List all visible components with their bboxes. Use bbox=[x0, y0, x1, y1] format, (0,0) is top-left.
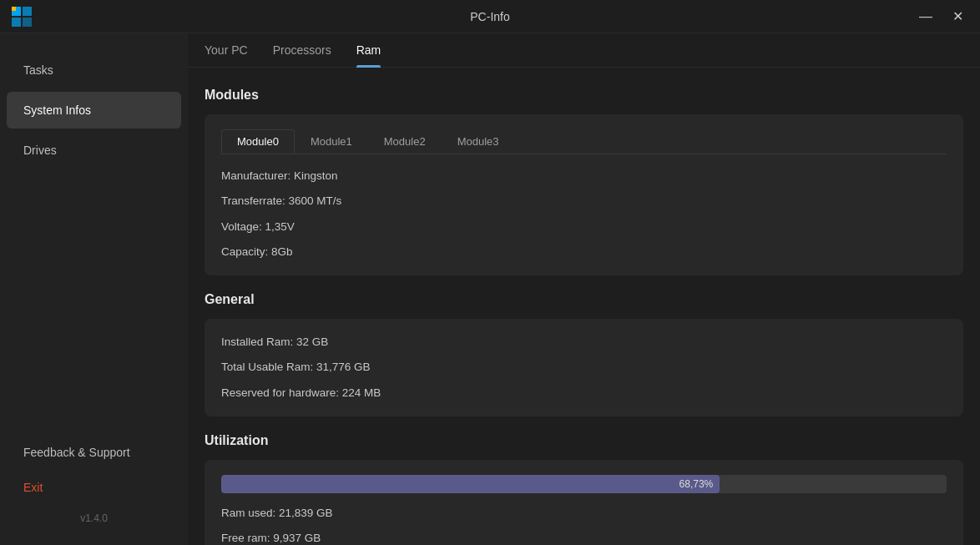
progress-bar-fill: 68,73% bbox=[221, 475, 720, 493]
svg-rect-1 bbox=[23, 7, 32, 16]
general-card: Installed Ram: 32 GB Total Usable Ram: 3… bbox=[205, 319, 963, 416]
sidebar-feedback[interactable]: Feedback & Support bbox=[7, 434, 181, 471]
svg-rect-3 bbox=[23, 18, 32, 27]
util-ram-used: Ram used: 21,839 GB bbox=[221, 505, 947, 522]
util-free-ram: Free ram: 9,937 GB bbox=[221, 530, 947, 545]
tab-processors[interactable]: Processors bbox=[273, 43, 331, 67]
general-section-title: General bbox=[205, 292, 963, 307]
tab-ram[interactable]: Ram bbox=[356, 43, 381, 67]
utilization-section-title: Utilization bbox=[205, 433, 963, 448]
close-button[interactable]: ✕ bbox=[946, 7, 970, 26]
sidebar-item-tasks[interactable]: Tasks bbox=[7, 52, 181, 88]
tabs-bar: Your PC Processors Ram bbox=[188, 33, 980, 68]
window-controls: — ✕ bbox=[912, 7, 970, 26]
sidebar-version: v1.4.0 bbox=[7, 504, 181, 528]
minimize-button[interactable]: — bbox=[912, 7, 939, 26]
module-transferrate: Transferrate: 3600 MT/s bbox=[221, 193, 947, 209]
module-tabs: Module0 Module1 Module2 Module3 bbox=[221, 129, 947, 154]
app-logo bbox=[10, 5, 33, 28]
main-layout: Tasks System Infos Drives Feedback & Sup… bbox=[0, 33, 980, 545]
sidebar-exit[interactable]: Exit bbox=[7, 472, 181, 502]
general-installed-ram: Installed Ram: 32 GB bbox=[221, 334, 947, 351]
progress-container: 68,73% bbox=[221, 475, 947, 493]
tab-your-pc[interactable]: Your PC bbox=[205, 43, 248, 67]
page-content: Modules Module0 Module1 Module2 Module3 bbox=[188, 68, 980, 545]
sidebar-bottom: Feedback & Support Exit v1.4.0 bbox=[0, 432, 188, 528]
module-voltage: Voltage: 1,35V bbox=[221, 219, 947, 235]
modules-card: Module0 Module1 Module2 Module3 Manufact… bbox=[205, 114, 963, 275]
module-capacity: Capacity: 8Gb bbox=[221, 244, 947, 260]
sidebar-item-system-infos[interactable]: System Infos bbox=[7, 92, 181, 129]
modules-section-title: Modules bbox=[205, 88, 963, 103]
titlebar: PC-Info — ✕ bbox=[0, 0, 980, 33]
svg-rect-4 bbox=[12, 7, 16, 11]
module-tab-3[interactable]: Module3 bbox=[442, 129, 515, 154]
module-tab-1[interactable]: Module1 bbox=[295, 129, 368, 154]
general-total-usable: Total Usable Ram: 31,776 GB bbox=[221, 359, 947, 376]
progress-bar-bg: 68,73% bbox=[221, 475, 947, 493]
svg-rect-2 bbox=[12, 18, 21, 27]
content-area: Your PC Processors Ram Modules Module0 M… bbox=[188, 33, 980, 545]
module-manufacturer: Manufacturer: Kingston bbox=[221, 168, 947, 184]
sidebar-item-drives[interactable]: Drives bbox=[7, 132, 181, 169]
utilization-card: 68,73% Ram used: 21,839 GB Free ram: 9,9… bbox=[205, 460, 963, 545]
general-reserved: Reserved for hardware: 224 MB bbox=[221, 385, 947, 401]
window-title: PC-Info bbox=[470, 10, 509, 23]
progress-label: 68,73% bbox=[679, 478, 714, 490]
sidebar: Tasks System Infos Drives Feedback & Sup… bbox=[0, 33, 188, 545]
module-tab-2[interactable]: Module2 bbox=[368, 129, 442, 154]
module-tab-0[interactable]: Module0 bbox=[221, 129, 295, 154]
